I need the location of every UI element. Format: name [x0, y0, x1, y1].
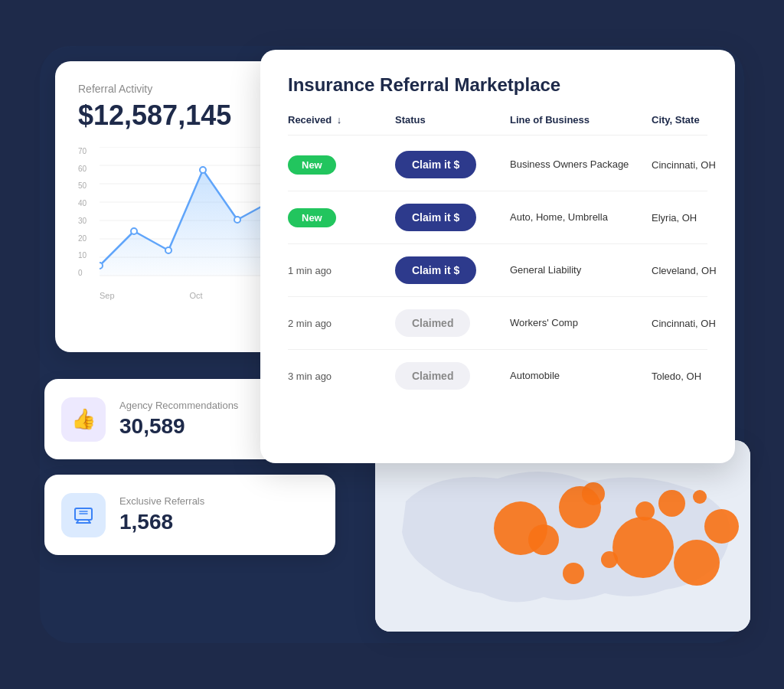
table-row: New Claim it $ Business Owners Package C… — [288, 139, 707, 191]
map-dot-medium2 — [674, 540, 720, 586]
city-cell: Cincinnati, OH — [652, 318, 751, 329]
time-text: 2 min ago — [288, 318, 332, 329]
col-lob: Line of Business — [510, 114, 652, 126]
exclusive-referrals-content: Exclusive Referrals 1,568 — [119, 495, 204, 534]
svg-point-13 — [234, 217, 240, 223]
exclusive-referrals-value: 1,568 — [119, 510, 204, 534]
city-cell: Cleveland, OH — [652, 265, 751, 276]
referrals-icon — [61, 493, 106, 537]
map-dot-tiny — [635, 501, 655, 521]
marketplace-title: Insurance Referral Marketplace — [288, 74, 707, 96]
city-cell: Cincinnati, OH — [652, 159, 751, 171]
table-header: Received ↓ Status Line of Business City,… — [288, 114, 707, 136]
map-dot-tiny3 — [563, 563, 584, 584]
map-dot-small — [528, 524, 559, 555]
table-row: 2 min ago Claimed Workers' Comp Cincinna… — [288, 297, 707, 350]
status-cell[interactable]: Claim it $ — [395, 256, 510, 284]
claim-button[interactable]: Claim it $ — [395, 151, 476, 178]
table-row: 3 min ago Claimed Automobile Toledo, OH — [288, 350, 707, 402]
status-cell[interactable]: Claimed — [395, 309, 510, 337]
map-card — [375, 440, 750, 632]
map-dot-medium3 — [704, 509, 739, 544]
exclusive-referrals-label: Exclusive Referrals — [119, 495, 204, 507]
table-row: 1 min ago Claim it $ General Liability C… — [288, 244, 707, 297]
map-dot-tiny2 — [601, 551, 618, 568]
svg-point-12 — [200, 167, 206, 173]
time-text: 1 min ago — [288, 265, 332, 276]
chart-y-labels: 70 60 50 40 30 20 10 0 — [78, 147, 87, 277]
city-cell: Toledo, OH — [652, 371, 751, 382]
received-cell: 2 min ago — [288, 316, 395, 330]
claimed-button[interactable]: Claimed — [395, 309, 470, 337]
lob-cell: General Liability — [510, 263, 652, 277]
sort-arrow-icon: ↓ — [337, 114, 342, 126]
svg-point-9 — [100, 263, 103, 269]
agency-rec-content: Agency Recommendations 30,589 — [119, 400, 238, 439]
agency-rec-label: Agency Recommendations — [119, 400, 238, 411]
received-cell: New — [288, 155, 395, 175]
lob-cell: Automobile — [510, 369, 652, 383]
table-row: New Claim it $ Auto, Home, Umbrella Elyr… — [288, 191, 707, 244]
col-received: Received ↓ — [288, 114, 395, 126]
map-dot-tiny4 — [693, 490, 707, 504]
received-cell: 1 min ago — [288, 263, 395, 277]
marketplace-card: Insurance Referral Marketplace Received … — [260, 50, 735, 463]
agency-rec-value: 30,589 — [119, 414, 238, 439]
map-background — [375, 440, 750, 632]
thumbs-up-icon: 👍 — [61, 397, 106, 442]
map-dot-small2 — [582, 482, 605, 505]
status-cell[interactable]: Claim it $ — [395, 151, 510, 178]
map-dot-small3 — [658, 490, 685, 517]
status-cell[interactable]: Claimed — [395, 362, 510, 390]
svg-point-10 — [131, 228, 137, 234]
received-cell: 3 min ago — [288, 369, 395, 383]
map-svg — [375, 440, 750, 632]
time-text: 3 min ago — [288, 371, 332, 382]
claimed-button[interactable]: Claimed — [395, 362, 470, 390]
claim-button[interactable]: Claim it $ — [395, 256, 476, 284]
badge-new: New — [288, 208, 336, 227]
received-cell: New — [288, 208, 395, 227]
svg-point-11 — [165, 247, 172, 253]
claim-button[interactable]: Claim it $ — [395, 204, 476, 231]
badge-new: New — [288, 155, 336, 175]
map-dot-large2 — [612, 517, 674, 578]
col-city: City, State — [652, 114, 751, 126]
exclusive-referrals-card: Exclusive Referrals 1,568 — [44, 475, 335, 555]
col-status: Status — [395, 114, 510, 126]
lob-cell: Business Owners Package — [510, 158, 652, 171]
lob-cell: Workers' Comp — [510, 316, 652, 330]
city-cell: Elyria, OH — [652, 212, 751, 224]
lob-cell: Auto, Home, Umbrella — [510, 211, 652, 224]
status-cell[interactable]: Claim it $ — [395, 204, 510, 231]
